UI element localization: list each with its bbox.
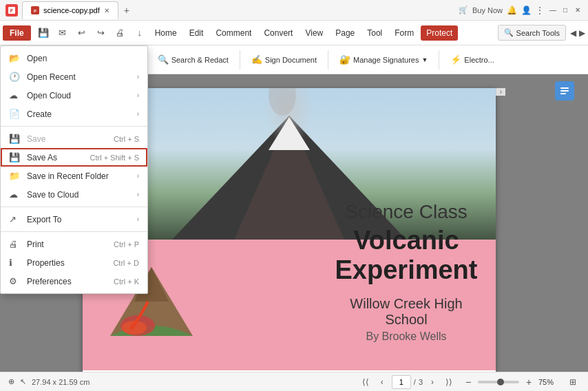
dropdown-preferences[interactable]: ⚙ Preferences Ctrl + K xyxy=(1,272,147,290)
search-tools-button[interactable]: 🔍 Search Tools xyxy=(498,25,566,41)
toolbar-share-icon[interactable]: ↓ xyxy=(132,25,148,41)
save-cloud-label: Save to Cloud xyxy=(27,190,137,200)
preferences-label: Preferences xyxy=(27,277,108,286)
sign-document-icon: ✍ xyxy=(251,54,262,65)
toolbar-redo-icon[interactable]: ↪ xyxy=(93,25,109,41)
next-page-button[interactable]: › xyxy=(426,375,439,389)
zoom-value: 75% xyxy=(538,378,560,386)
open-label: Open xyxy=(27,54,139,63)
save-recent-label: Save in Recent Folder xyxy=(27,171,137,181)
open-cloud-label: Open Cloud xyxy=(27,91,137,101)
menu-convert[interactable]: Convert xyxy=(258,25,298,41)
svg-rect-14 xyxy=(560,87,569,89)
active-tab[interactable]: P science-copy.pdf ✕ xyxy=(22,1,118,19)
tab-label: science-copy.pdf xyxy=(43,6,100,14)
add-tab-button[interactable]: + xyxy=(120,3,134,17)
forward-icon[interactable]: ▶ xyxy=(579,28,585,38)
print-shortcut: Ctrl + P xyxy=(114,240,139,249)
dropdown-open[interactable]: 📂 Open xyxy=(1,49,147,67)
last-page-button[interactable]: ⟩⟩ xyxy=(442,375,456,389)
dropdown-open-recent[interactable]: 🕐 Open Recent › xyxy=(1,67,147,86)
zoom-in-button[interactable]: + xyxy=(522,375,536,389)
user-icon[interactable]: 👤 xyxy=(521,6,532,15)
file-menu[interactable]: File xyxy=(3,25,31,41)
svg-rect-15 xyxy=(560,90,569,92)
toolbar-save-icon[interactable]: 💾 xyxy=(35,25,52,41)
dropdown-group-1: 📂 Open 🕐 Open Recent › ☁ Open Cloud › 📄 … xyxy=(1,46,147,126)
pdf-tab-icon: P xyxy=(31,6,39,14)
menu-tool[interactable]: Tool xyxy=(361,25,388,41)
preferences-shortcut: Ctrl + K xyxy=(114,277,139,286)
right-panel-chevron: › xyxy=(500,88,502,96)
toolbar-email-icon[interactable]: ✉ xyxy=(54,25,71,41)
menu-home[interactable]: Home xyxy=(149,25,182,41)
open-recent-arrow: › xyxy=(137,73,139,81)
toolbar-print-icon[interactable]: 🖨 xyxy=(112,25,129,41)
ribbon-sign-document[interactable]: ✍ Sign Document xyxy=(246,52,322,67)
manage-signatures-arrow: ▼ xyxy=(421,56,428,63)
notification-icon[interactable]: 🔔 xyxy=(507,6,517,15)
volcano-illustration: Science Class Volcanic Experiment Willow… xyxy=(96,260,482,343)
open-cloud-arrow: › xyxy=(137,92,139,99)
dropdown-save-recent[interactable]: 📁 Save in Recent Folder › xyxy=(1,167,147,185)
svg-text:P: P xyxy=(34,9,36,13)
close-button[interactable]: ✕ xyxy=(573,6,582,15)
pdf-author: By Brooke Wells xyxy=(330,330,482,343)
dropdown-create[interactable]: 📄 Create › xyxy=(1,105,147,123)
menu-page[interactable]: Page xyxy=(330,25,360,41)
fit-page-button[interactable]: ⊞ xyxy=(566,375,580,389)
page-navigation: ⟨⟨ ‹ / 3 › ⟩⟩ xyxy=(359,375,456,389)
page-separator: / xyxy=(414,378,416,386)
right-panel-toggle[interactable]: › xyxy=(496,88,505,96)
menu-comment[interactable]: Comment xyxy=(210,25,257,41)
status-bar-right: ⟨⟨ ‹ / 3 › ⟩⟩ − + 75% ⊞ xyxy=(359,375,580,389)
back-icon[interactable]: ◀ xyxy=(570,28,576,38)
properties-label: Properties xyxy=(27,258,107,268)
menu-view[interactable]: View xyxy=(300,25,328,41)
tab-close-button[interactable]: ✕ xyxy=(104,7,109,14)
dropdown-print[interactable]: 🖨 Print Ctrl + P xyxy=(1,235,147,253)
ribbon-electro[interactable]: ⚡ Electro... xyxy=(445,52,499,67)
dropdown-save-cloud[interactable]: ☁ Save to Cloud › xyxy=(1,185,147,204)
buy-now-label[interactable]: Buy Now xyxy=(472,6,503,14)
right-icons xyxy=(555,81,574,101)
toolbar-icons: 💾 ✉ ↩ ↪ 🖨 ↓ xyxy=(35,25,148,41)
menu-protect[interactable]: Protect xyxy=(421,25,458,41)
menu-bar: File 💾 ✉ ↩ ↪ 🖨 ↓ Home Edit Comment Conve… xyxy=(0,21,588,45)
zoom-slider-thumb xyxy=(497,379,504,385)
maximize-button[interactable]: □ xyxy=(560,6,570,15)
zoom-controls: − + 75% xyxy=(461,375,560,389)
first-page-button[interactable]: ⟨⟨ xyxy=(359,375,372,389)
dropdown-export[interactable]: ↗ Export To › xyxy=(1,210,147,229)
create-arrow: › xyxy=(137,110,139,118)
ribbon-manage-signatures[interactable]: 🔐 Manage Signatures ▼ xyxy=(334,52,433,67)
title-bar-right: 🛒 Buy Now 🔔 👤 ⋮ — □ ✕ xyxy=(459,6,582,15)
ribbon-search-redact[interactable]: 🔍 Search & Redact xyxy=(152,52,234,67)
status-bar: ⊕ ↖ 27.94 x 21.59 cm ⟨⟨ ‹ / 3 › ⟩⟩ − + 7… xyxy=(0,372,588,391)
menu-edit[interactable]: Edit xyxy=(184,25,209,41)
dropdown-save-as[interactable]: 💾 Save As Ctrl + Shift + S xyxy=(1,148,147,167)
minimize-button[interactable]: — xyxy=(548,6,558,15)
pdf-school: Willow Creek High School xyxy=(330,296,482,328)
save-recent-arrow: › xyxy=(137,172,139,180)
zoom-slider[interactable] xyxy=(478,381,519,383)
more-icon[interactable]: ⋮ xyxy=(536,6,544,15)
right-icon-btn-1[interactable] xyxy=(555,81,574,101)
export-icon: ↗ xyxy=(9,214,21,224)
zoom-out-button[interactable]: − xyxy=(461,375,475,389)
dropdown-open-cloud[interactable]: ☁ Open Cloud › xyxy=(1,86,147,105)
save-label: Save xyxy=(27,134,108,144)
properties-icon: ℹ xyxy=(9,257,21,268)
create-label: Create xyxy=(27,109,137,119)
ribbon-sep-3 xyxy=(328,50,328,70)
menu-form[interactable]: Form xyxy=(389,25,419,41)
save-shortcut: Ctrl + S xyxy=(114,135,139,143)
save-recent-icon: 📁 xyxy=(9,171,21,181)
toolbar-undo-icon[interactable]: ↩ xyxy=(74,25,90,41)
save-as-shortcut: Ctrl + Shift + S xyxy=(90,154,139,162)
prev-page-button[interactable]: ‹ xyxy=(375,375,389,389)
dropdown-properties[interactable]: ℹ Properties Ctrl + D xyxy=(1,253,147,272)
svg-rect-16 xyxy=(560,93,566,94)
pdf-title-large: Volcanic Experiment xyxy=(330,226,482,285)
page-input[interactable] xyxy=(392,375,411,389)
